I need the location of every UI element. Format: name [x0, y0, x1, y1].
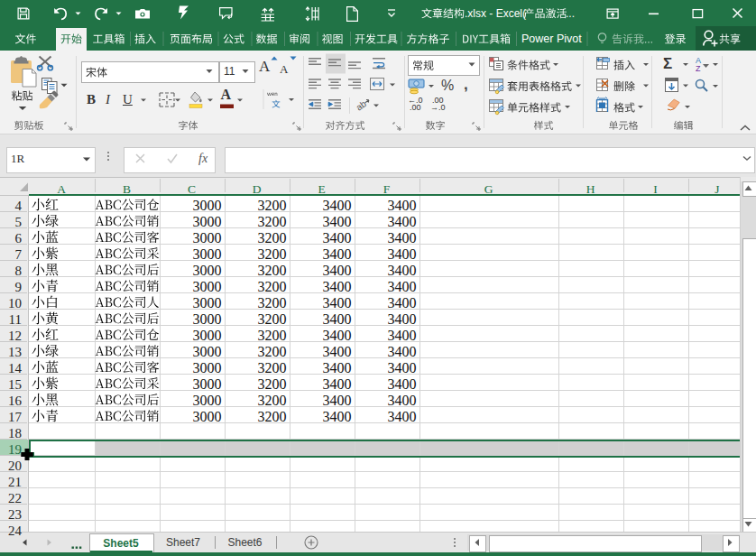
svg-text:Z: Z — [696, 64, 701, 73]
svg-text:ab: ab — [355, 98, 369, 113]
